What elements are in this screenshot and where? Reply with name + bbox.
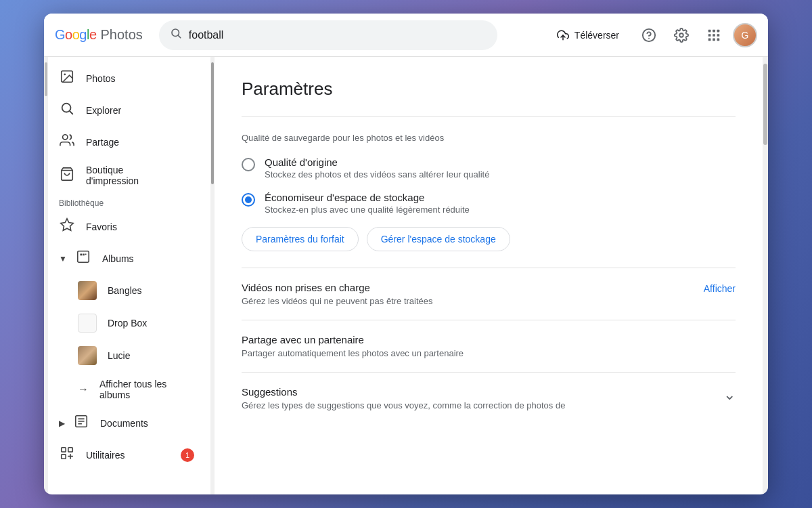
google-photos-logo[interactable]: Google Photos [55,27,143,43]
quality-economiseur-label: Économiseur d'espace de stockage [265,192,470,203]
photos-wordmark: Photos [101,27,143,43]
quality-original-radio[interactable] [242,158,255,171]
help-button[interactable] [635,22,662,49]
settings-button[interactable] [668,22,695,49]
svg-rect-31 [68,448,72,452]
app-window: Google Photos Téléverser [44,14,768,494]
library-label: Bibliothèque [48,193,210,211]
svg-rect-12 [708,38,711,41]
avatar[interactable]: G [733,23,757,47]
sidebar-item-utilitaires[interactable]: Utilitaires 1 [48,439,205,471]
documents-icon [73,414,89,432]
main-content: Paramètres Qualité de sauvegarde pour le… [215,57,768,494]
svg-marker-21 [61,219,73,230]
sidebar-label-partage: Partage [86,137,119,148]
albums-chevron-icon: ▼ [59,254,67,263]
search-bar[interactable] [159,20,497,50]
sidebar-label-bangles: Bangles [108,285,142,296]
documents-chevron-icon: ▶ [59,419,65,428]
apps-button[interactable] [700,22,727,49]
forfait-button[interactable]: Paramètres du forfait [242,227,359,251]
videos-title: Vidéos non prises en charge [242,282,433,293]
svg-rect-9 [708,34,711,37]
svg-rect-32 [62,454,66,459]
videos-info: Vidéos non prises en charge Gérez les vi… [242,282,433,306]
main-right-scrollbar [763,57,768,494]
suggestions-expand-icon[interactable]: ⌄ [723,386,736,404]
sidebar-item-show-all-albums[interactable]: → Afficher tous les albums [48,372,205,407]
sidebar-item-explorer[interactable]: Explorer [48,94,205,126]
espace-button[interactable]: Gérer l'espace de stockage [367,227,510,251]
partage-desc: Partager automatiquement les photos avec… [242,348,464,358]
sidebar-label-photos: Photos [86,73,116,84]
upload-label: Téléverser [574,30,619,41]
sidebar-item-favoris[interactable]: Favoris [48,211,205,242]
videos-desc: Gérez les vidéos qui ne peuvent pas être… [242,296,433,306]
dropbox-thumb [78,314,97,333]
bangles-thumb [78,281,97,300]
partage-icon [59,133,75,151]
suggestions-title: Suggestions [242,386,565,398]
settings-buttons: Paramètres du forfait Gérer l'espace de … [242,227,736,251]
videos-action[interactable]: Afficher [704,283,736,294]
svg-rect-8 [717,29,720,32]
sidebar-item-albums[interactable]: ▼ Albums [48,242,205,274]
partage-row: Partage avec un partenaire Partager auto… [242,320,736,372]
sidebar-label-favoris: Favoris [86,221,117,232]
boutique-icon [59,167,75,185]
header-actions: Téléverser [546,22,757,49]
sidebar-label-boutique: Boutiqued'impression [86,165,139,186]
sidebar-label-documents: Documents [100,418,148,429]
svg-rect-10 [713,34,715,37]
sidebar-item-documents[interactable]: ▶ Documents [48,407,205,439]
svg-point-5 [679,33,683,37]
utilitaires-badge: 1 [181,448,194,462]
quality-original-option[interactable]: Qualité d'origine Stockez des photos et … [242,156,736,179]
svg-rect-13 [713,38,715,41]
albums-icon [75,249,91,268]
svg-line-1 [178,35,180,37]
app-body: Photos Explorer [44,57,768,494]
utilitaires-icon [59,446,75,464]
lucie-thumb [78,346,97,365]
quality-original-desc: Stockez des photos et des vidéos sans al… [265,169,489,179]
upload-button[interactable]: Téléverser [546,24,630,47]
sidebar-item-boutique[interactable]: Boutiqued'impression [48,158,205,193]
suggestions-info: Suggestions Gérez les types de suggestio… [242,386,565,410]
explorer-icon [59,101,75,119]
svg-rect-7 [713,29,715,32]
arrow-right-icon: → [78,383,89,396]
search-input[interactable] [189,29,487,41]
svg-rect-23 [80,253,82,255]
favoris-icon [59,217,75,236]
quality-economiseur-desc: Stockez-en plus avec une qualité légèrem… [265,205,470,215]
sidebar-label-show-all: Afficher tous les albums [99,379,194,400]
sidebar-item-photos[interactable]: Photos [48,62,205,94]
quality-original-text: Qualité d'origine Stockez des photos et … [265,156,489,179]
quality-economiseur-radio[interactable] [242,193,255,207]
sidebar-label-utilitaires: Utilitaires [86,450,125,461]
search-icon [170,27,182,43]
svg-rect-6 [708,29,711,32]
sidebar-label-explorer: Explorer [86,105,121,116]
content-scroll-thumb [211,62,214,184]
videos-row: Vidéos non prises en charge Gérez les vi… [242,268,736,320]
svg-line-18 [70,111,72,114]
quality-economiseur-option[interactable]: Économiseur d'espace de stockage Stockez… [242,192,736,215]
google-wordmark: Google [55,27,97,43]
backup-quality-label: Qualité de sauvegarde pour les photos et… [242,133,736,143]
sidebar-label-albums: Albums [102,253,134,264]
avatar-initials: G [742,30,749,41]
sidebar-item-partage[interactable]: Partage [48,126,205,158]
photos-icon [59,69,75,87]
sidebar-item-bangles[interactable]: Bangles [48,274,205,307]
svg-rect-14 [717,38,720,41]
suggestions-row: Suggestions Gérez les types de suggestio… [242,372,736,424]
quality-economiseur-text: Économiseur d'espace de stockage Stockez… [265,192,470,215]
sidebar-item-dropbox[interactable]: Drop Box [48,307,205,339]
sidebar-label-dropbox: Drop Box [108,318,147,329]
sidebar-item-lucie[interactable]: Lucie [48,339,205,372]
svg-point-16 [64,73,66,75]
main-scrollbar-thumb [763,64,767,145]
app-header: Google Photos Téléverser [44,14,768,57]
